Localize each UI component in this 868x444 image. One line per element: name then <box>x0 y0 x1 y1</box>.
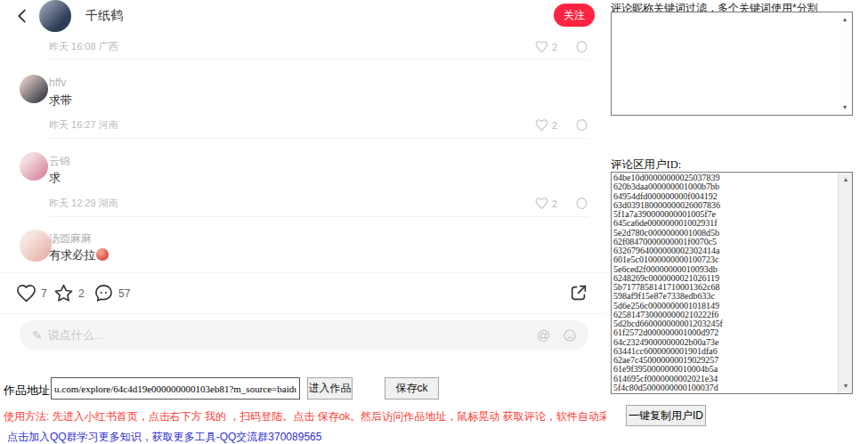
comment-input-placeholder: 说点什么... <box>48 327 537 343</box>
heart-icon[interactable] <box>535 40 548 53</box>
comment-meta: 昨天 16:27 河南 <box>49 119 118 130</box>
avatar[interactable] <box>20 75 48 103</box>
post-header: 千纸鹤 关注 <box>0 0 606 34</box>
like-count: 2 <box>552 120 557 131</box>
avatar[interactable] <box>20 230 52 262</box>
pencil-icon: ✎ <box>32 328 43 343</box>
app-window: 千纸鹤 关注 昨天 16:08 广西 2 hffv 求带 昨天 16:27 河南 <box>0 0 868 444</box>
comment-meta-row: 昨天 12:29 湖南 2 <box>49 197 588 211</box>
like-count: 7 <box>41 287 47 300</box>
enter-post-button[interactable]: 进入作品 <box>307 377 353 400</box>
like-count: 2 <box>552 42 557 52</box>
url-label: 作品地址: <box>4 383 53 399</box>
comment-text: 有求必拉 <box>49 247 109 263</box>
comment-panel: 千纸鹤 关注 昨天 16:08 广西 2 hffv 求带 昨天 16:27 河南 <box>0 0 606 374</box>
save-ck-button[interactable]: 保存ck <box>385 377 439 400</box>
scroll-up-icon[interactable]: ▲ <box>839 174 853 186</box>
collect-count: 2 <box>78 287 85 300</box>
comment-meta: 昨天 12:29 湖南 <box>49 198 118 208</box>
commenter-name[interactable]: 汤圆麻麻 <box>49 231 92 246</box>
comment-bubble-icon[interactable] <box>575 197 588 210</box>
comment-count: 57 <box>118 287 130 300</box>
collect-star-icon[interactable] <box>53 283 74 303</box>
back-icon[interactable] <box>12 6 32 26</box>
comment-text: 求带 <box>49 93 72 109</box>
avatar[interactable] <box>20 152 48 181</box>
comment-meta-row: 昨天 16:27 河南 2 <box>49 118 588 133</box>
post-url-input[interactable] <box>51 377 300 400</box>
share-icon[interactable] <box>569 283 589 303</box>
post-meta: 昨天 16:08 广西 <box>49 41 118 52</box>
like-count: 2 <box>552 198 557 209</box>
scrollbar[interactable]: ▲ ▼ <box>838 173 852 393</box>
comment-text: 求 <box>49 170 61 186</box>
usage-instructions: 使用方法: 先进入小红书首页，点击右下方 我的 ，扫码登陆。点击 保存ok。然后… <box>4 409 606 424</box>
scroll-up-icon[interactable]: ▲ <box>838 13 852 26</box>
qq-group-link[interactable]: 点击加入QQ群学习更多知识，获取更多工具-QQ交流群370089565 <box>7 430 321 444</box>
tool-footer: 作品地址: 进入作品 保存ck 使用方法: 先进入小红书首页，点击右下方 我的 … <box>0 374 606 444</box>
post-meta-row: 昨天 16:08 广西 2 <box>49 40 588 54</box>
like-icon[interactable] <box>16 283 37 303</box>
commenter-name[interactable]: hffv <box>49 77 66 89</box>
emoji-sticker-icon <box>96 248 109 261</box>
divider <box>49 59 588 60</box>
mention-at-icon[interactable]: @ <box>537 327 550 343</box>
scroll-down-icon[interactable]: ▼ <box>838 101 852 114</box>
comment-icon[interactable] <box>93 283 114 303</box>
follow-button[interactable]: 关注 <box>554 4 595 27</box>
user-ids-label: 评论区用户ID: <box>611 157 681 173</box>
action-bar: 7 2 57 <box>0 279 606 310</box>
heart-icon[interactable] <box>535 118 548 132</box>
comment-bubble-icon[interactable] <box>575 40 588 53</box>
user-id-list: 64be10d00000000025037839 620b3daa0000000… <box>613 174 834 392</box>
divider <box>49 138 588 139</box>
comment-bubble-icon[interactable] <box>575 118 588 132</box>
avatar[interactable] <box>39 0 71 32</box>
commenter-name[interactable]: 云锦 <box>49 154 70 169</box>
scroll-down-icon[interactable]: ▼ <box>839 380 853 392</box>
keyword-filter-textarea[interactable]: ▲ ▼ <box>611 12 853 116</box>
divider <box>49 216 588 217</box>
id-tool-panel: 评论昵称关键词过滤，多个关键词使用*分割 ▲ ▼ 评论区用户ID: 64be10… <box>606 0 868 444</box>
copy-user-ids-button[interactable]: 一键复制用户ID <box>626 405 706 426</box>
comment-input[interactable]: ✎ 说点什么... @ <box>20 320 588 350</box>
heart-icon[interactable] <box>535 197 548 210</box>
emoji-smiley-icon[interactable] <box>563 328 576 342</box>
divider <box>0 313 606 314</box>
divider <box>0 272 606 273</box>
user-id-listbox[interactable]: 64be10d00000000025037839 620b3daa0000000… <box>611 172 853 394</box>
scrollbar[interactable]: ▲ ▼ <box>838 12 852 115</box>
author-name[interactable]: 千纸鹤 <box>85 8 123 24</box>
